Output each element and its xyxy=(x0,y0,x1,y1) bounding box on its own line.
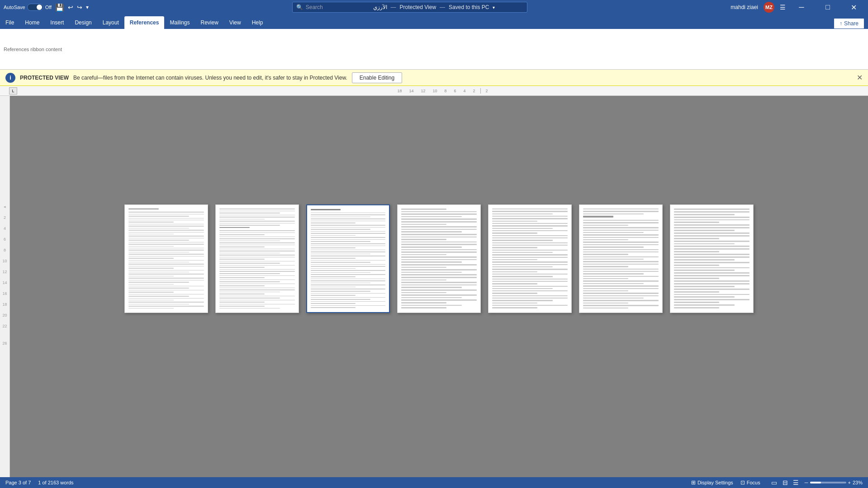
page-thumbnail-6[interactable] xyxy=(579,204,663,313)
line xyxy=(219,213,280,213)
line xyxy=(401,297,462,298)
line xyxy=(492,264,568,265)
protected-close-button[interactable]: ✕ xyxy=(857,73,863,82)
print-layout-button[interactable]: ▭ xyxy=(769,479,779,487)
read-mode-button[interactable]: ☰ xyxy=(791,479,801,487)
page-thumbnail-2[interactable] xyxy=(215,204,299,313)
line xyxy=(128,220,204,220)
line xyxy=(401,256,477,258)
tab-file[interactable]: File xyxy=(0,16,19,29)
line xyxy=(401,261,462,263)
page-content-6 xyxy=(583,208,659,309)
line xyxy=(219,227,250,228)
line xyxy=(674,296,735,298)
line xyxy=(128,292,174,292)
ruler-num: 6 xyxy=(454,89,456,93)
line xyxy=(583,242,659,242)
line xyxy=(128,308,174,308)
line xyxy=(583,285,659,286)
ribbon-display-button[interactable]: ☰ xyxy=(780,4,786,11)
line xyxy=(311,254,370,255)
line xyxy=(674,224,749,226)
close-button[interactable]: ✕ xyxy=(844,0,864,14)
line xyxy=(401,234,477,235)
zoom-in-button[interactable]: + xyxy=(848,480,851,485)
more-commands-button[interactable]: ▾ xyxy=(86,4,89,10)
line xyxy=(128,252,189,252)
user-initials: MZ xyxy=(765,5,773,10)
line xyxy=(492,211,568,212)
tab-layout[interactable]: Layout xyxy=(97,16,124,29)
zoom-slider[interactable] xyxy=(810,482,846,483)
tab-references[interactable]: References xyxy=(124,16,165,29)
line xyxy=(401,251,477,253)
tab-help[interactable]: Help xyxy=(247,16,269,29)
ruler-num: 4 xyxy=(464,89,466,93)
line xyxy=(219,277,265,278)
line xyxy=(219,306,265,307)
ruler-corner[interactable]: L xyxy=(9,87,17,95)
line xyxy=(311,247,356,248)
restore-button[interactable]: □ xyxy=(817,0,838,14)
enable-editing-button[interactable]: Enable Editing xyxy=(352,72,402,83)
line xyxy=(128,232,204,232)
autosave-toggle[interactable] xyxy=(27,4,43,11)
page-content-3 xyxy=(311,209,385,308)
ruler-divider xyxy=(480,88,481,94)
line xyxy=(401,208,446,210)
separator: — xyxy=(391,4,396,10)
line xyxy=(674,241,749,242)
line xyxy=(128,248,204,248)
line xyxy=(128,242,204,242)
dropdown-arrow[interactable]: ▾ xyxy=(493,5,495,10)
line xyxy=(128,208,159,209)
line xyxy=(311,297,385,298)
line xyxy=(219,294,265,294)
tab-mailings[interactable]: Mailings xyxy=(164,16,195,29)
line xyxy=(219,273,280,274)
line xyxy=(583,244,659,245)
page-thumbnail-5[interactable] xyxy=(488,204,572,313)
line xyxy=(219,245,295,246)
line xyxy=(219,230,295,231)
line xyxy=(311,221,385,222)
line xyxy=(311,283,370,284)
web-layout-button[interactable]: ⊟ xyxy=(780,479,790,487)
line xyxy=(219,217,295,218)
tab-design[interactable]: Design xyxy=(69,16,97,29)
page-thumbnail-3[interactable] xyxy=(306,204,390,313)
line xyxy=(583,264,659,265)
line xyxy=(674,214,735,215)
zoom-out-button[interactable]: ─ xyxy=(805,480,808,485)
document-area[interactable] xyxy=(10,96,868,477)
user-avatar[interactable]: MZ xyxy=(764,2,774,13)
tab-review[interactable]: Review xyxy=(195,16,224,29)
line xyxy=(674,265,719,266)
redo-button[interactable]: ↪ xyxy=(77,4,82,11)
line xyxy=(583,271,659,272)
line xyxy=(401,305,462,306)
line xyxy=(401,282,477,283)
undo-button[interactable]: ↩ xyxy=(68,4,73,11)
tab-insert[interactable]: Insert xyxy=(45,16,69,29)
line xyxy=(219,223,295,224)
focus-button[interactable]: ⊡ Focus xyxy=(739,479,762,487)
tab-view[interactable]: View xyxy=(224,16,247,29)
display-settings-button[interactable]: ⊞ Display Settings xyxy=(689,479,735,487)
search-placeholder: Search xyxy=(306,4,323,10)
line xyxy=(219,267,265,268)
save-button[interactable]: 💾 xyxy=(55,3,64,12)
line xyxy=(219,255,295,256)
page-thumbnail-7[interactable] xyxy=(670,204,754,313)
tab-home[interactable]: Home xyxy=(19,16,45,29)
page-thumbnail-1[interactable] xyxy=(124,204,208,313)
line xyxy=(219,281,280,282)
line xyxy=(401,289,477,291)
page-thumbnail-4[interactable] xyxy=(397,204,481,313)
protected-icon: i xyxy=(5,73,15,83)
line xyxy=(674,283,749,284)
line xyxy=(492,216,568,217)
share-button[interactable]: ↑ Share xyxy=(834,18,864,29)
line xyxy=(219,238,295,239)
minimize-button[interactable]: ─ xyxy=(791,0,812,14)
